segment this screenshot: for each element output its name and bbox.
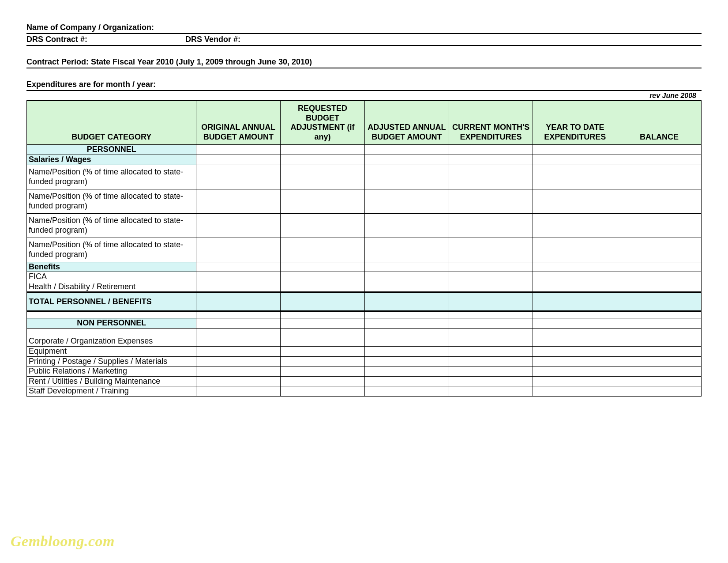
salaries-header: Salaries / Wages [27, 155, 702, 165]
table-row: Public Relations / Marketing [27, 367, 702, 377]
contract-label: DRS Contract #: [26, 35, 185, 44]
period-label: Contract Period: State Fiscal Year 2010 … [26, 57, 702, 68]
table-row: Name/Position (% of time allocated to st… [27, 165, 702, 189]
table-row: Health / Disability / Retirement [27, 282, 702, 292]
nonpersonnel-header: NON PERSONNEL [27, 318, 702, 329]
col-adjusted: ADJUSTED ANNUAL BUDGET AMOUNT [364, 101, 449, 145]
col-balance: BALANCE [617, 101, 702, 145]
col-ytd: YEAR TO DATE EXPENDITURES [533, 101, 617, 145]
revision-label: rev June 2008 [26, 92, 702, 100]
col-category: BUDGET CATEGORY [27, 101, 196, 145]
total-personnel-row: TOTAL PERSONNEL / BENEFITS [27, 292, 702, 311]
table-row: FICA [27, 272, 702, 282]
table-row: Equipment [27, 346, 702, 356]
contract-vendor-row: DRS Contract #: DRS Vendor #: [26, 34, 702, 46]
table-row: Staff Development / Training [27, 386, 702, 397]
table-spacer [27, 311, 702, 318]
table-row: Name/Position (% of time allocated to st… [27, 238, 702, 262]
col-requested: REQUESTED BUDGET ADJUSTMENT (if any) [281, 101, 365, 145]
col-original: ORIGINAL ANNUAL BUDGET AMOUNT [196, 101, 281, 145]
personnel-header: PERSONNEL [27, 145, 702, 155]
vendor-label: DRS Vendor #: [185, 35, 702, 44]
month-label: Expenditures are for month / year: [26, 79, 702, 91]
table-row: Corporate / Organization Expenses [27, 328, 702, 346]
table-row: Name/Position (% of time allocated to st… [27, 213, 702, 238]
table-row: Printing / Postage / Supplies / Material… [27, 356, 702, 367]
budget-table: BUDGET CATEGORY ORIGINAL ANNUAL BUDGET A… [26, 100, 702, 397]
column-header-row: BUDGET CATEGORY ORIGINAL ANNUAL BUDGET A… [27, 101, 702, 145]
benefits-header: Benefits [27, 262, 702, 272]
table-row: Rent / Utilities / Building Maintenance [27, 376, 702, 386]
table-row: Name/Position (% of time allocated to st… [27, 189, 702, 213]
col-current-month: CURRENT MONTH'S EXPENDITURES [449, 101, 533, 145]
company-label: Name of Company / Organization: [26, 22, 702, 34]
